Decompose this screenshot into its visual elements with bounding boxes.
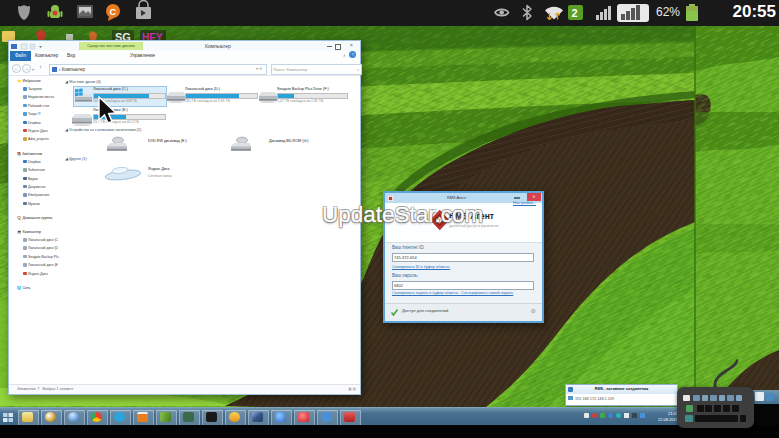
svg-text:2: 2 [572,7,578,19]
svg-text:C: C [110,7,117,17]
